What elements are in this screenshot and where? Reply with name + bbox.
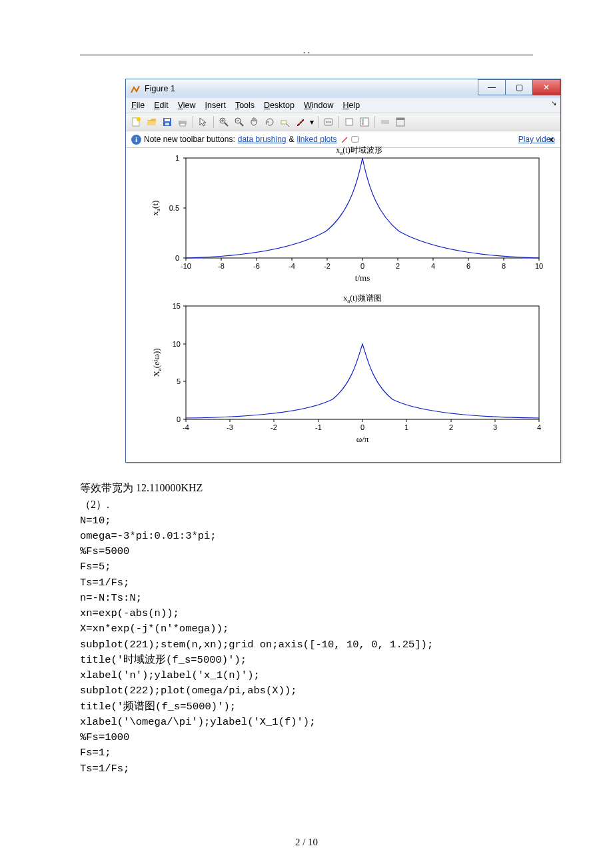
menu-bar: File Edit View Insert Tools Desktop Wind… <box>126 98 560 113</box>
svg-text:2: 2 <box>449 423 453 431</box>
note-amp: & <box>289 135 295 144</box>
save-icon[interactable] <box>161 115 174 129</box>
open-icon[interactable] <box>145 115 159 129</box>
svg-rect-28 <box>351 137 358 143</box>
chart2-ylabel: Xa(ejω)) <box>151 348 163 377</box>
menu-edit[interactable]: Edit <box>154 101 169 110</box>
svg-text:-8: -8 <box>218 262 225 270</box>
svg-rect-27 <box>396 118 404 120</box>
show-tools-icon[interactable] <box>394 115 407 129</box>
window-title: Figure 1 <box>145 84 175 93</box>
svg-rect-4 <box>165 123 169 125</box>
section-label: （2）. <box>80 497 533 513</box>
svg-line-9 <box>225 123 228 126</box>
svg-text:1: 1 <box>175 154 179 162</box>
hide-tools-icon[interactable] <box>378 115 392 129</box>
bandwidth-line: 等效带宽为 12.110000KHZ <box>80 480 533 497</box>
zoom-out-icon[interactable] <box>233 115 246 129</box>
chart-1: xa(t)时域波形 1 0.5 0 -10 -8 -6 -4 <box>133 146 554 293</box>
link-data-brushing[interactable]: data brushing <box>238 135 287 144</box>
new-figure-icon[interactable] <box>130 115 143 129</box>
info-icon: i <box>131 135 141 145</box>
header-rule <box>80 55 533 55</box>
menu-view[interactable]: View <box>178 101 196 110</box>
minimize-button[interactable]: — <box>478 79 506 95</box>
close-button[interactable]: ✕ <box>532 79 560 95</box>
linkplot-icon[interactable] <box>322 115 335 129</box>
svg-text:4: 4 <box>537 423 541 431</box>
svg-text:8: 8 <box>502 262 506 270</box>
svg-text:-2: -2 <box>271 423 277 431</box>
svg-text:0: 0 <box>360 262 364 270</box>
svg-rect-25 <box>381 120 389 124</box>
notebar-close-icon[interactable]: × <box>549 135 554 145</box>
rotate-icon[interactable] <box>263 115 277 129</box>
menu-help[interactable]: Help <box>342 101 360 110</box>
menu-file[interactable]: File <box>131 101 145 110</box>
svg-text:0: 0 <box>360 423 364 431</box>
pointer-icon[interactable] <box>197 115 210 129</box>
maximize-button[interactable]: ▢ <box>505 79 533 95</box>
title-bar: Figure 1 — ▢ ✕ <box>126 79 560 98</box>
legend-icon[interactable] <box>358 115 371 129</box>
menu-desktop[interactable]: Desktop <box>264 101 295 110</box>
chart2-title: xa(t)频谱图 <box>343 293 381 304</box>
svg-text:0: 0 <box>177 415 181 423</box>
svg-rect-29 <box>186 158 539 258</box>
svg-text:10: 10 <box>173 340 181 348</box>
svg-text:1: 1 <box>404 423 408 431</box>
plots-area: xa(t)时域波形 1 0.5 0 -10 -8 -6 -4 <box>133 146 554 455</box>
svg-text:-1: -1 <box>315 423 322 431</box>
dropdown-icon[interactable]: ▾ <box>309 115 314 129</box>
note-text-1: Note new toolbar buttons: <box>144 135 235 144</box>
colorbar-icon[interactable] <box>342 115 356 129</box>
body-text: 等效带宽为 12.110000KHZ （2）. N=10; omega=-3*p… <box>80 480 533 777</box>
menu-insert[interactable]: Insert <box>205 101 226 110</box>
dock-icon[interactable]: ↘ <box>551 99 556 107</box>
chart2-xlabel: ω/π <box>356 434 369 444</box>
datacursor-icon[interactable] <box>279 115 292 129</box>
note-icons <box>340 135 360 144</box>
svg-text:-10: -10 <box>181 262 191 270</box>
svg-rect-21 <box>360 118 368 126</box>
svg-text:-4: -4 <box>289 262 295 270</box>
svg-text:3: 3 <box>493 423 497 431</box>
svg-text:-3: -3 <box>227 423 233 431</box>
svg-text:4: 4 <box>431 262 435 270</box>
svg-rect-58 <box>186 306 539 419</box>
page-footer: 2 / 10 <box>0 837 613 848</box>
svg-point-1 <box>137 117 141 121</box>
svg-text:6: 6 <box>466 262 470 270</box>
figure-window: Figure 1 — ▢ ✕ File Edit View Insert Too… <box>125 79 561 463</box>
chart-2: xa(t)频谱图 0 5 10 15 -4 -3 <box>133 293 554 453</box>
svg-text:-6: -6 <box>253 262 260 270</box>
chart1-ylabel: xa(t) <box>150 201 161 216</box>
svg-text:2: 2 <box>396 262 400 270</box>
svg-text:-4: -4 <box>183 423 189 431</box>
toolbar: ▾ <box>126 113 560 131</box>
menu-tools[interactable]: Tools <box>235 101 255 110</box>
menu-window[interactable]: Window <box>304 101 333 110</box>
svg-rect-15 <box>281 121 287 124</box>
zoom-in-icon[interactable] <box>217 115 231 129</box>
svg-text:0.5: 0.5 <box>169 204 179 212</box>
svg-rect-20 <box>346 119 352 125</box>
code-block: N=10; omega=-3*pi:0.01:3*pi; %Fs=5000 Fs… <box>80 513 533 777</box>
svg-text:10: 10 <box>535 262 543 270</box>
svg-rect-7 <box>180 123 185 126</box>
matlab-figure-icon <box>130 83 141 94</box>
svg-line-13 <box>240 123 243 126</box>
chart1-xlabel: t/ms <box>355 273 370 283</box>
svg-text:15: 15 <box>173 302 181 310</box>
brush-icon[interactable] <box>294 115 307 129</box>
svg-text:-2: -2 <box>324 262 330 270</box>
svg-text:5: 5 <box>177 377 181 385</box>
svg-rect-3 <box>165 119 170 121</box>
svg-rect-6 <box>180 118 185 121</box>
print-icon[interactable] <box>176 115 189 129</box>
link-linked-plots[interactable]: linked plots <box>297 135 337 144</box>
chart1-title-partial: xa(t)时域波形 <box>336 146 382 156</box>
pan-icon[interactable] <box>248 115 261 129</box>
svg-text:0: 0 <box>175 254 179 262</box>
